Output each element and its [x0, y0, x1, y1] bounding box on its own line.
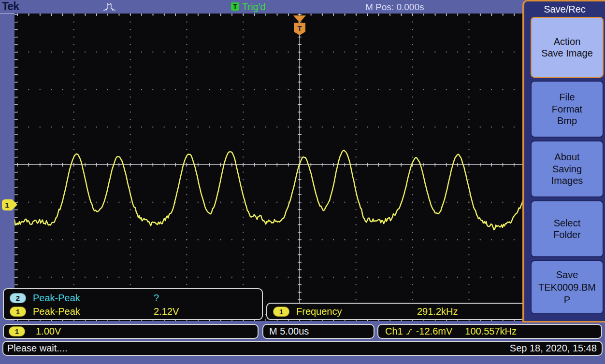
rising-edge-icon — [406, 328, 413, 336]
date-time: Sep 18, 2020, 15:48 — [510, 343, 597, 354]
oscilloscope-screen: Tek T Trig'd M Pos: 0.000s T 1 2 Peak-Pe… — [0, 0, 605, 364]
channel1-scale-box: 1 1.00V — [3, 324, 259, 339]
horizontal-position-readout: M Pos: 0.000s — [365, 2, 424, 13]
measurement-value: 291.2kHz — [417, 306, 458, 317]
channel1-volts-per-div: 1.00V — [36, 326, 61, 337]
tek-logo: Tek — [2, 0, 19, 13]
softkey-file-format[interactable]: File Format Bmp — [531, 81, 604, 138]
trigger-level: -12.6mV — [416, 326, 453, 337]
channel-1-badge: 1 — [273, 307, 289, 317]
waveform-display — [14, 14, 523, 321]
trigger-flag-icon: T — [294, 23, 305, 35]
measurement-label: Frequency — [296, 306, 417, 317]
trigger-source: Ch1 — [385, 326, 403, 337]
softkey-about-saving-images[interactable]: About Saving Images — [531, 140, 604, 197]
measurement-value: 2.12V — [154, 306, 179, 317]
measurement-value: ? — [154, 293, 159, 304]
measurement-row: 2 Peak-Peak ? — [4, 291, 262, 305]
channel-1-badge: 1 — [10, 307, 26, 317]
softkey-select-folder[interactable]: Select Folder — [531, 200, 604, 257]
timebase-box: M 5.00us — [262, 324, 375, 339]
softkey-buttons: Action Save Image File Format Bmp About … — [524, 16, 605, 314]
channel-2-badge: 2 — [10, 293, 26, 303]
measurement-label: Peak-Peak — [33, 293, 154, 304]
timebase-readout: M 5.00us — [269, 326, 309, 337]
marker-arrow-icon — [12, 199, 17, 210]
side-menu: Save/Rec Action Save Image File Format B… — [522, 0, 605, 322]
channel-1-badge: 1 — [9, 326, 25, 336]
trigger-arrow-icon — [293, 15, 306, 23]
trigger-status-text: Trig'd — [242, 1, 266, 13]
menu-title: Save/Rec — [524, 1, 605, 16]
channel1-ground-marker: 1 — [2, 199, 17, 210]
trigger-position-marker: T — [293, 15, 306, 38]
trigger-frequency-counter: 100.557kHz — [465, 326, 517, 337]
measurement-row: 1 Peak-Peak 2.12V — [4, 305, 262, 318]
status-bar: Please wait.... Sep 18, 2020, 15:48 — [2, 341, 603, 356]
top-status-bar: Tek T Trig'd M Pos: 0.000s — [0, 0, 605, 14]
softkey-action-save-image[interactable]: Action Save Image — [531, 17, 604, 78]
softkey-save-file[interactable]: Save TEK0009.BM P — [531, 260, 604, 314]
status-message: Please wait.... — [7, 343, 68, 354]
measurement-box-frequency: 1 Frequency 291.2kHz — [266, 303, 525, 320]
triggered-icon: T — [231, 2, 239, 11]
trigger-readout-box: Ch1 -12.6mV 100.557kHz — [377, 324, 602, 339]
measurement-box-peak-peak: 2 Peak-Peak ? 1 Peak-Peak 2.12V — [3, 288, 263, 320]
acquisition-mode-icon — [103, 2, 117, 12]
measurement-row: 1 Frequency 291.2kHz — [267, 305, 458, 318]
measurement-label: Peak-Peak — [33, 306, 154, 317]
